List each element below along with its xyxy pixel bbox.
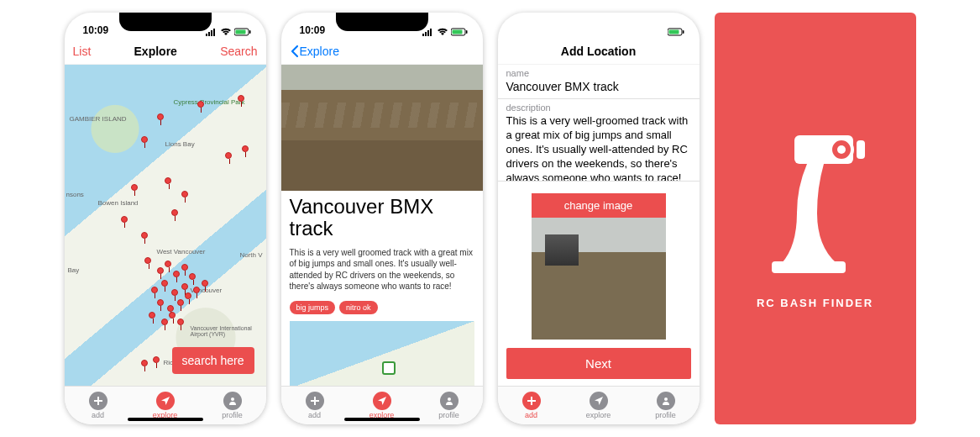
plus-icon: [306, 392, 324, 410]
map-pin-icon[interactable]: [165, 177, 173, 186]
map-pin-icon[interactable]: [141, 136, 149, 145]
wifi-icon: [437, 28, 448, 36]
status-right: [668, 28, 684, 36]
status-bar: [498, 13, 700, 38]
tab-label: add: [92, 411, 104, 419]
screen-splash: RC BASH FINDER: [715, 13, 916, 424]
nav-bar: List Explore Search: [65, 38, 266, 65]
map-pin-icon[interactable]: [157, 267, 165, 276]
name-field[interactable]: Vancouver BMX track: [498, 78, 700, 99]
screen-detail: 10:09 Explore Vancouver BMX track This i…: [281, 13, 483, 424]
tab-add[interactable]: add: [498, 387, 565, 424]
map-pin-icon[interactable]: [161, 319, 170, 327]
tab-label: profile: [222, 411, 243, 419]
tab-explore[interactable]: explore: [565, 387, 632, 424]
profile-icon: [440, 392, 459, 410]
svg-rect-21: [857, 140, 865, 159]
back-label: Explore: [300, 45, 339, 58]
map-pin-icon[interactable]: [131, 184, 139, 192]
svg-rect-25: [772, 261, 846, 273]
map-pin-icon[interactable]: [171, 289, 180, 297]
map-pin-icon[interactable]: [177, 319, 186, 327]
map-pin-icon[interactable]: [242, 145, 250, 154]
image-preview[interactable]: [532, 218, 666, 340]
tab-profile[interactable]: profile: [416, 387, 483, 424]
map-pin-icon[interactable]: [189, 273, 197, 282]
screen-explore-map: 10:09 List Explore Search GAMBIER ISLAND…: [65, 13, 266, 424]
search-link[interactable]: Search: [220, 45, 257, 58]
map-pin-icon[interactable]: [197, 101, 206, 109]
map-pin-icon[interactable]: [157, 299, 165, 308]
map-pin-icon[interactable]: [153, 356, 161, 365]
map-pin-icon[interactable]: [181, 264, 190, 272]
tab-label: add: [525, 411, 537, 419]
map-pin-icon[interactable]: [141, 360, 149, 368]
screen-add-location: Add Location name Vancouver BMX track de…: [498, 13, 700, 424]
tab-add[interactable]: add: [65, 387, 132, 424]
svg-rect-13: [452, 30, 462, 34]
map-pin-icon[interactable]: [144, 257, 153, 266]
battery-icon: [234, 28, 251, 36]
tab-add[interactable]: add: [281, 387, 349, 424]
back-button[interactable]: Explore: [290, 45, 339, 58]
search-here-button[interactable]: search here: [172, 347, 254, 374]
location-icon: [590, 392, 608, 410]
profile-icon: [223, 392, 242, 410]
name-label: name: [498, 65, 700, 78]
map-pin-icon[interactable]: [169, 312, 177, 320]
nav-bar: Explore: [281, 38, 483, 65]
tab-profile[interactable]: profile: [199, 387, 266, 424]
next-button[interactable]: Next: [506, 348, 691, 379]
tag[interactable]: nitro ok: [339, 301, 378, 314]
form-content: name Vancouver BMX track description Thi…: [498, 65, 700, 386]
tab-bar: add explore profile: [498, 386, 700, 424]
map-pin-icon[interactable]: [225, 152, 233, 161]
map-pin-icon[interactable]: [149, 312, 157, 320]
svg-rect-0: [206, 34, 207, 36]
map-canvas[interactable]: GAMBIER ISLAND Cypress Provincial Park L…: [65, 65, 266, 386]
detail-content[interactable]: Vancouver BMX track This is a very well …: [281, 65, 483, 386]
page-title: Add Location: [561, 45, 636, 58]
location-icon: [156, 392, 175, 410]
map-pin-icon[interactable]: [121, 216, 129, 224]
map-pin-icon[interactable]: [181, 283, 190, 292]
plus-icon: [522, 392, 541, 410]
map-content[interactable]: GAMBIER ISLAND Cypress Provincial Park L…: [65, 65, 266, 386]
tags-row: big jumps nitro ok: [290, 301, 474, 314]
tab-label: profile: [438, 411, 459, 419]
home-indicator[interactable]: [128, 418, 203, 421]
map-pin-icon[interactable]: [151, 287, 160, 295]
map-pin-icon[interactable]: [165, 261, 173, 269]
tab-profile[interactable]: profile: [632, 387, 700, 424]
svg-rect-6: [249, 30, 251, 34]
map-pin-icon[interactable]: [193, 287, 202, 295]
map-pin-icon[interactable]: [171, 209, 180, 218]
list-link[interactable]: List: [73, 45, 92, 58]
map-pin-icon[interactable]: [173, 271, 181, 279]
svg-rect-2: [211, 30, 212, 36]
change-image-button[interactable]: change image: [532, 193, 666, 218]
map-pin-icon[interactable]: [238, 95, 246, 103]
svg-point-15: [448, 398, 451, 401]
page-title: Explore: [134, 45, 177, 58]
status-time: 10:09: [83, 24, 109, 36]
map-pin-icon[interactable]: [141, 232, 149, 240]
map-label: Bay: [68, 266, 80, 274]
map-pin-icon[interactable]: [161, 280, 170, 288]
splash-title: RC BASH FINDER: [757, 297, 873, 309]
status-right: [422, 28, 468, 36]
description-label: description: [498, 99, 700, 113]
tag[interactable]: big jumps: [290, 301, 336, 314]
map-pin-icon[interactable]: [185, 292, 193, 301]
home-indicator[interactable]: [344, 418, 420, 421]
map-pin-icon[interactable]: [157, 113, 165, 122]
mini-map[interactable]: [290, 321, 474, 386]
svg-point-24: [837, 145, 846, 154]
map-pin-icon[interactable]: [202, 280, 210, 288]
track-photo: [281, 65, 483, 191]
map-pin-icon[interactable]: [177, 299, 186, 308]
map-pin-icon[interactable]: [181, 191, 190, 199]
status-time: 10:09: [300, 24, 326, 36]
description-field[interactable]: This is a very well-groomed track with a…: [498, 113, 700, 182]
svg-rect-14: [466, 30, 468, 34]
